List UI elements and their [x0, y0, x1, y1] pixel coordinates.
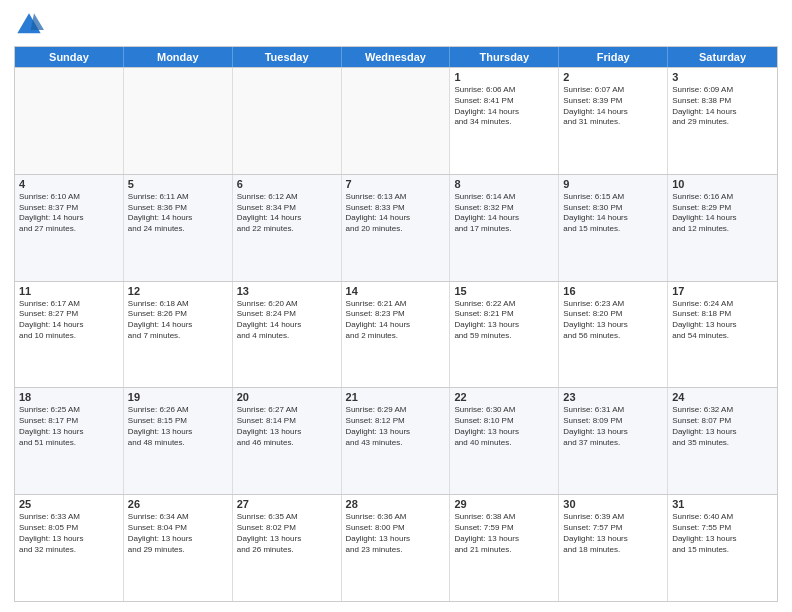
empty-cell	[233, 68, 342, 174]
day-cell-3: 3Sunrise: 6:09 AM Sunset: 8:38 PM Daylig…	[668, 68, 777, 174]
day-cell-2: 2Sunrise: 6:07 AM Sunset: 8:39 PM Daylig…	[559, 68, 668, 174]
day-cell-22: 22Sunrise: 6:30 AM Sunset: 8:10 PM Dayli…	[450, 388, 559, 494]
day-info: Sunrise: 6:38 AM Sunset: 7:59 PM Dayligh…	[454, 512, 554, 555]
calendar-header: SundayMondayTuesdayWednesdayThursdayFrid…	[15, 47, 777, 67]
day-cell-14: 14Sunrise: 6:21 AM Sunset: 8:23 PM Dayli…	[342, 282, 451, 388]
day-cell-30: 30Sunrise: 6:39 AM Sunset: 7:57 PM Dayli…	[559, 495, 668, 601]
day-cell-28: 28Sunrise: 6:36 AM Sunset: 8:00 PM Dayli…	[342, 495, 451, 601]
day-info: Sunrise: 6:32 AM Sunset: 8:07 PM Dayligh…	[672, 405, 773, 448]
day-info: Sunrise: 6:11 AM Sunset: 8:36 PM Dayligh…	[128, 192, 228, 235]
day-info: Sunrise: 6:15 AM Sunset: 8:30 PM Dayligh…	[563, 192, 663, 235]
day-info: Sunrise: 6:39 AM Sunset: 7:57 PM Dayligh…	[563, 512, 663, 555]
day-info: Sunrise: 6:21 AM Sunset: 8:23 PM Dayligh…	[346, 299, 446, 342]
logo-icon	[14, 10, 44, 40]
day-cell-13: 13Sunrise: 6:20 AM Sunset: 8:24 PM Dayli…	[233, 282, 342, 388]
day-cell-26: 26Sunrise: 6:34 AM Sunset: 8:04 PM Dayli…	[124, 495, 233, 601]
week-row-5: 25Sunrise: 6:33 AM Sunset: 8:05 PM Dayli…	[15, 494, 777, 601]
day-cell-17: 17Sunrise: 6:24 AM Sunset: 8:18 PM Dayli…	[668, 282, 777, 388]
day-number: 7	[346, 178, 446, 190]
header	[14, 10, 778, 40]
day-number: 29	[454, 498, 554, 510]
svg-marker-1	[31, 13, 44, 30]
day-info: Sunrise: 6:36 AM Sunset: 8:00 PM Dayligh…	[346, 512, 446, 555]
day-number: 20	[237, 391, 337, 403]
day-number: 25	[19, 498, 119, 510]
header-day-wednesday: Wednesday	[342, 47, 451, 67]
week-row-1: 1Sunrise: 6:06 AM Sunset: 8:41 PM Daylig…	[15, 67, 777, 174]
day-info: Sunrise: 6:31 AM Sunset: 8:09 PM Dayligh…	[563, 405, 663, 448]
week-row-2: 4Sunrise: 6:10 AM Sunset: 8:37 PM Daylig…	[15, 174, 777, 281]
day-cell-12: 12Sunrise: 6:18 AM Sunset: 8:26 PM Dayli…	[124, 282, 233, 388]
day-cell-29: 29Sunrise: 6:38 AM Sunset: 7:59 PM Dayli…	[450, 495, 559, 601]
calendar: SundayMondayTuesdayWednesdayThursdayFrid…	[14, 46, 778, 602]
day-number: 31	[672, 498, 773, 510]
day-number: 1	[454, 71, 554, 83]
day-number: 16	[563, 285, 663, 297]
day-info: Sunrise: 6:17 AM Sunset: 8:27 PM Dayligh…	[19, 299, 119, 342]
day-info: Sunrise: 6:35 AM Sunset: 8:02 PM Dayligh…	[237, 512, 337, 555]
empty-cell	[124, 68, 233, 174]
day-number: 5	[128, 178, 228, 190]
day-info: Sunrise: 6:27 AM Sunset: 8:14 PM Dayligh…	[237, 405, 337, 448]
day-info: Sunrise: 6:23 AM Sunset: 8:20 PM Dayligh…	[563, 299, 663, 342]
day-number: 11	[19, 285, 119, 297]
day-number: 24	[672, 391, 773, 403]
day-number: 18	[19, 391, 119, 403]
day-info: Sunrise: 6:13 AM Sunset: 8:33 PM Dayligh…	[346, 192, 446, 235]
day-info: Sunrise: 6:29 AM Sunset: 8:12 PM Dayligh…	[346, 405, 446, 448]
day-cell-18: 18Sunrise: 6:25 AM Sunset: 8:17 PM Dayli…	[15, 388, 124, 494]
page: SundayMondayTuesdayWednesdayThursdayFrid…	[0, 0, 792, 612]
day-cell-10: 10Sunrise: 6:16 AM Sunset: 8:29 PM Dayli…	[668, 175, 777, 281]
calendar-body: 1Sunrise: 6:06 AM Sunset: 8:41 PM Daylig…	[15, 67, 777, 601]
day-number: 23	[563, 391, 663, 403]
day-number: 17	[672, 285, 773, 297]
day-info: Sunrise: 6:25 AM Sunset: 8:17 PM Dayligh…	[19, 405, 119, 448]
day-cell-5: 5Sunrise: 6:11 AM Sunset: 8:36 PM Daylig…	[124, 175, 233, 281]
day-info: Sunrise: 6:34 AM Sunset: 8:04 PM Dayligh…	[128, 512, 228, 555]
empty-cell	[342, 68, 451, 174]
day-number: 27	[237, 498, 337, 510]
day-number: 13	[237, 285, 337, 297]
day-cell-19: 19Sunrise: 6:26 AM Sunset: 8:15 PM Dayli…	[124, 388, 233, 494]
header-day-monday: Monday	[124, 47, 233, 67]
day-number: 15	[454, 285, 554, 297]
day-cell-25: 25Sunrise: 6:33 AM Sunset: 8:05 PM Dayli…	[15, 495, 124, 601]
day-number: 12	[128, 285, 228, 297]
day-number: 26	[128, 498, 228, 510]
day-info: Sunrise: 6:20 AM Sunset: 8:24 PM Dayligh…	[237, 299, 337, 342]
day-info: Sunrise: 6:30 AM Sunset: 8:10 PM Dayligh…	[454, 405, 554, 448]
day-number: 19	[128, 391, 228, 403]
day-cell-15: 15Sunrise: 6:22 AM Sunset: 8:21 PM Dayli…	[450, 282, 559, 388]
day-cell-7: 7Sunrise: 6:13 AM Sunset: 8:33 PM Daylig…	[342, 175, 451, 281]
day-cell-9: 9Sunrise: 6:15 AM Sunset: 8:30 PM Daylig…	[559, 175, 668, 281]
day-info: Sunrise: 6:14 AM Sunset: 8:32 PM Dayligh…	[454, 192, 554, 235]
day-number: 22	[454, 391, 554, 403]
header-day-sunday: Sunday	[15, 47, 124, 67]
day-cell-16: 16Sunrise: 6:23 AM Sunset: 8:20 PM Dayli…	[559, 282, 668, 388]
header-day-saturday: Saturday	[668, 47, 777, 67]
day-info: Sunrise: 6:06 AM Sunset: 8:41 PM Dayligh…	[454, 85, 554, 128]
day-info: Sunrise: 6:24 AM Sunset: 8:18 PM Dayligh…	[672, 299, 773, 342]
day-number: 21	[346, 391, 446, 403]
day-number: 6	[237, 178, 337, 190]
header-day-tuesday: Tuesday	[233, 47, 342, 67]
day-info: Sunrise: 6:16 AM Sunset: 8:29 PM Dayligh…	[672, 192, 773, 235]
day-cell-31: 31Sunrise: 6:40 AM Sunset: 7:55 PM Dayli…	[668, 495, 777, 601]
day-info: Sunrise: 6:09 AM Sunset: 8:38 PM Dayligh…	[672, 85, 773, 128]
day-number: 14	[346, 285, 446, 297]
day-info: Sunrise: 6:40 AM Sunset: 7:55 PM Dayligh…	[672, 512, 773, 555]
empty-cell	[15, 68, 124, 174]
day-info: Sunrise: 6:12 AM Sunset: 8:34 PM Dayligh…	[237, 192, 337, 235]
day-info: Sunrise: 6:18 AM Sunset: 8:26 PM Dayligh…	[128, 299, 228, 342]
week-row-3: 11Sunrise: 6:17 AM Sunset: 8:27 PM Dayli…	[15, 281, 777, 388]
day-cell-27: 27Sunrise: 6:35 AM Sunset: 8:02 PM Dayli…	[233, 495, 342, 601]
day-info: Sunrise: 6:10 AM Sunset: 8:37 PM Dayligh…	[19, 192, 119, 235]
day-cell-4: 4Sunrise: 6:10 AM Sunset: 8:37 PM Daylig…	[15, 175, 124, 281]
day-info: Sunrise: 6:22 AM Sunset: 8:21 PM Dayligh…	[454, 299, 554, 342]
day-number: 9	[563, 178, 663, 190]
day-cell-6: 6Sunrise: 6:12 AM Sunset: 8:34 PM Daylig…	[233, 175, 342, 281]
day-info: Sunrise: 6:33 AM Sunset: 8:05 PM Dayligh…	[19, 512, 119, 555]
day-number: 4	[19, 178, 119, 190]
day-info: Sunrise: 6:07 AM Sunset: 8:39 PM Dayligh…	[563, 85, 663, 128]
day-cell-11: 11Sunrise: 6:17 AM Sunset: 8:27 PM Dayli…	[15, 282, 124, 388]
